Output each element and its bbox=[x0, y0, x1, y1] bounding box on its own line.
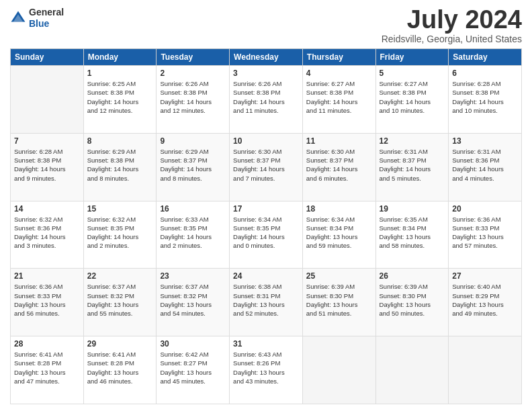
calendar-cell-w4-d5: 25Sunrise: 6:39 AM Sunset: 8:30 PM Dayli… bbox=[302, 269, 375, 336]
day-number: 20 bbox=[452, 204, 518, 214]
day-info: Sunrise: 6:38 AM Sunset: 8:31 PM Dayligh… bbox=[233, 282, 299, 318]
day-info: Sunrise: 6:43 AM Sunset: 8:26 PM Dayligh… bbox=[233, 350, 299, 385]
day-info: Sunrise: 6:37 AM Sunset: 8:32 PM Dayligh… bbox=[160, 282, 226, 318]
calendar-cell-w1-d7: 6Sunrise: 6:28 AM Sunset: 8:38 PM Daylig… bbox=[449, 66, 522, 134]
calendar-cell-w1-d3: 2Sunrise: 6:26 AM Sunset: 8:38 PM Daylig… bbox=[157, 66, 230, 134]
day-number: 15 bbox=[87, 204, 153, 214]
calendar-cell-w2-d5: 11Sunrise: 6:30 AM Sunset: 8:37 PM Dayli… bbox=[302, 133, 375, 201]
day-info: Sunrise: 6:34 AM Sunset: 8:35 PM Dayligh… bbox=[233, 215, 299, 250]
calendar-cell-w3-d7: 20Sunrise: 6:36 AM Sunset: 8:33 PM Dayli… bbox=[449, 201, 522, 269]
day-number: 18 bbox=[306, 204, 372, 214]
day-number: 9 bbox=[160, 136, 226, 146]
calendar-cell-w5-d5 bbox=[302, 336, 375, 404]
day-number: 27 bbox=[452, 271, 518, 281]
day-number: 4 bbox=[306, 68, 372, 78]
day-info: Sunrise: 6:35 AM Sunset: 8:34 PM Dayligh… bbox=[380, 215, 445, 250]
calendar-cell-w1-d4: 3Sunrise: 6:26 AM Sunset: 8:38 PM Daylig… bbox=[230, 66, 303, 134]
day-number: 14 bbox=[14, 204, 80, 214]
calendar-cell-w3-d3: 16Sunrise: 6:33 AM Sunset: 8:35 PM Dayli… bbox=[157, 201, 230, 269]
day-info: Sunrise: 6:36 AM Sunset: 8:33 PM Dayligh… bbox=[14, 282, 80, 318]
header-thursday: Thursday bbox=[302, 49, 375, 66]
day-number: 12 bbox=[380, 136, 445, 146]
header-saturday: Saturday bbox=[449, 49, 522, 66]
day-info: Sunrise: 6:30 AM Sunset: 8:37 PM Dayligh… bbox=[233, 147, 299, 183]
day-info: Sunrise: 6:26 AM Sunset: 8:38 PM Dayligh… bbox=[160, 79, 226, 115]
calendar-cell-w2-d1: 7Sunrise: 6:28 AM Sunset: 8:38 PM Daylig… bbox=[11, 133, 84, 201]
calendar-cell-w2-d3: 9Sunrise: 6:29 AM Sunset: 8:37 PM Daylig… bbox=[157, 133, 230, 201]
day-info: Sunrise: 6:39 AM Sunset: 8:30 PM Dayligh… bbox=[306, 282, 372, 318]
page: General Blue July 2024 Reidsville, Georg… bbox=[0, 0, 532, 411]
day-info: Sunrise: 6:37 AM Sunset: 8:32 PM Dayligh… bbox=[87, 282, 153, 318]
day-number: 28 bbox=[14, 339, 80, 349]
calendar-cell-w5-d4: 31Sunrise: 6:43 AM Sunset: 8:26 PM Dayli… bbox=[230, 336, 303, 404]
calendar-cell-w1-d2: 1Sunrise: 6:25 AM Sunset: 8:38 PM Daylig… bbox=[83, 66, 157, 134]
calendar-week-4: 21Sunrise: 6:36 AM Sunset: 8:33 PM Dayli… bbox=[11, 269, 522, 336]
day-number: 19 bbox=[380, 204, 445, 214]
day-info: Sunrise: 6:40 AM Sunset: 8:29 PM Dayligh… bbox=[452, 282, 518, 318]
day-number: 22 bbox=[87, 271, 153, 281]
calendar-cell-w4-d1: 21Sunrise: 6:36 AM Sunset: 8:33 PM Dayli… bbox=[11, 269, 84, 336]
day-info: Sunrise: 6:29 AM Sunset: 8:38 PM Dayligh… bbox=[87, 147, 153, 183]
day-number: 13 bbox=[452, 136, 518, 146]
header-wednesday: Wednesday bbox=[230, 49, 303, 66]
calendar-cell-w3-d4: 17Sunrise: 6:34 AM Sunset: 8:35 PM Dayli… bbox=[230, 201, 303, 269]
day-number: 26 bbox=[380, 271, 445, 281]
day-info: Sunrise: 6:36 AM Sunset: 8:33 PM Dayligh… bbox=[452, 215, 518, 250]
calendar-cell-w5-d7 bbox=[449, 336, 522, 404]
calendar-table: Sunday Monday Tuesday Wednesday Thursday… bbox=[10, 48, 522, 404]
day-number: 23 bbox=[160, 271, 226, 281]
day-number: 16 bbox=[160, 204, 226, 214]
day-number: 30 bbox=[160, 339, 226, 349]
calendar-cell-w5-d2: 29Sunrise: 6:41 AM Sunset: 8:28 PM Dayli… bbox=[83, 336, 157, 404]
day-number: 3 bbox=[233, 68, 299, 78]
day-number: 25 bbox=[306, 271, 372, 281]
calendar-cell-w3-d1: 14Sunrise: 6:32 AM Sunset: 8:36 PM Dayli… bbox=[11, 201, 84, 269]
day-number: 5 bbox=[380, 68, 445, 78]
calendar-week-5: 28Sunrise: 6:41 AM Sunset: 8:28 PM Dayli… bbox=[11, 336, 522, 404]
logo: General Blue bbox=[10, 7, 64, 30]
calendar-cell-w3-d5: 18Sunrise: 6:34 AM Sunset: 8:34 PM Dayli… bbox=[302, 201, 375, 269]
day-info: Sunrise: 6:34 AM Sunset: 8:34 PM Dayligh… bbox=[306, 215, 372, 250]
day-info: Sunrise: 6:32 AM Sunset: 8:36 PM Dayligh… bbox=[14, 215, 80, 250]
calendar-cell-w4-d4: 24Sunrise: 6:38 AM Sunset: 8:31 PM Dayli… bbox=[230, 269, 303, 336]
calendar-week-1: 1Sunrise: 6:25 AM Sunset: 8:38 PM Daylig… bbox=[11, 66, 522, 134]
calendar-cell-w1-d6: 5Sunrise: 6:27 AM Sunset: 8:38 PM Daylig… bbox=[375, 66, 449, 134]
logo-general-text: General bbox=[29, 7, 64, 17]
calendar-week-3: 14Sunrise: 6:32 AM Sunset: 8:36 PM Dayli… bbox=[11, 201, 522, 269]
calendar-cell-w1-d5: 4Sunrise: 6:27 AM Sunset: 8:38 PM Daylig… bbox=[302, 66, 375, 134]
calendar-cell-w3-d6: 19Sunrise: 6:35 AM Sunset: 8:34 PM Dayli… bbox=[375, 201, 449, 269]
day-number: 11 bbox=[306, 136, 372, 146]
header: General Blue July 2024 Reidsville, Georg… bbox=[10, 7, 522, 44]
calendar-cell-w2-d6: 12Sunrise: 6:31 AM Sunset: 8:37 PM Dayli… bbox=[375, 133, 449, 201]
calendar-cell-w5-d1: 28Sunrise: 6:41 AM Sunset: 8:28 PM Dayli… bbox=[11, 336, 84, 404]
calendar-cell-w4-d2: 22Sunrise: 6:37 AM Sunset: 8:32 PM Dayli… bbox=[83, 269, 157, 336]
calendar-cell-w2-d4: 10Sunrise: 6:30 AM Sunset: 8:37 PM Dayli… bbox=[230, 133, 303, 201]
day-number: 7 bbox=[14, 136, 80, 146]
day-info: Sunrise: 6:25 AM Sunset: 8:38 PM Dayligh… bbox=[87, 79, 153, 115]
day-info: Sunrise: 6:26 AM Sunset: 8:38 PM Dayligh… bbox=[233, 79, 299, 115]
day-info: Sunrise: 6:31 AM Sunset: 8:37 PM Dayligh… bbox=[380, 147, 445, 183]
calendar-week-2: 7Sunrise: 6:28 AM Sunset: 8:38 PM Daylig… bbox=[11, 133, 522, 201]
header-sunday: Sunday bbox=[11, 49, 84, 66]
logo-icon bbox=[10, 10, 26, 26]
day-info: Sunrise: 6:27 AM Sunset: 8:38 PM Dayligh… bbox=[380, 79, 445, 115]
month-title: July 2024 bbox=[382, 7, 522, 32]
day-number: 31 bbox=[233, 339, 299, 349]
title-block: July 2024 Reidsville, Georgia, United St… bbox=[382, 7, 522, 44]
day-number: 2 bbox=[160, 68, 226, 78]
day-number: 1 bbox=[87, 68, 153, 78]
day-info: Sunrise: 6:30 AM Sunset: 8:37 PM Dayligh… bbox=[306, 147, 372, 183]
calendar-cell-w4-d6: 26Sunrise: 6:39 AM Sunset: 8:30 PM Dayli… bbox=[375, 269, 449, 336]
day-info: Sunrise: 6:41 AM Sunset: 8:28 PM Dayligh… bbox=[14, 350, 80, 385]
day-number: 8 bbox=[87, 136, 153, 146]
day-number: 24 bbox=[233, 271, 299, 281]
day-info: Sunrise: 6:31 AM Sunset: 8:36 PM Dayligh… bbox=[452, 147, 518, 183]
calendar-cell-w2-d7: 13Sunrise: 6:31 AM Sunset: 8:36 PM Dayli… bbox=[449, 133, 522, 201]
day-info: Sunrise: 6:27 AM Sunset: 8:38 PM Dayligh… bbox=[306, 79, 372, 115]
logo-blue-text: Blue bbox=[29, 18, 49, 29]
day-number: 21 bbox=[14, 271, 80, 281]
calendar-cell-w3-d2: 15Sunrise: 6:32 AM Sunset: 8:35 PM Dayli… bbox=[83, 201, 157, 269]
day-info: Sunrise: 6:41 AM Sunset: 8:28 PM Dayligh… bbox=[87, 350, 153, 385]
calendar-cell-w1-d1 bbox=[11, 66, 84, 134]
header-tuesday: Tuesday bbox=[157, 49, 230, 66]
